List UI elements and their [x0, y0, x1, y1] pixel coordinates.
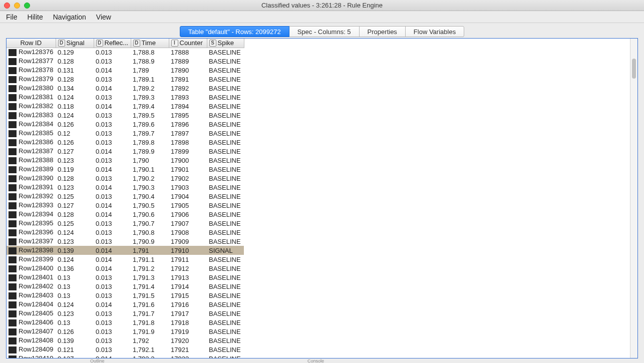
minimize-icon[interactable] — [14, 3, 20, 9]
column-header-time[interactable]: DTime — [131, 39, 169, 48]
cell-time: 1,790.9 — [131, 237, 169, 246]
cell-signal: 0.139 — [56, 336, 94, 345]
cell-reflec: 0.014 — [94, 264, 131, 273]
table-row[interactable]: Row1283960.1240.0131,790.817908BASELINE — [7, 228, 244, 237]
cell-rowid: Row128387 — [7, 147, 56, 156]
table-row[interactable]: Row1283980.1390.0141,79117910SIGNAL — [7, 246, 244, 255]
table-row[interactable]: Row1283920.1250.0131,790.417904BASELINE — [7, 192, 244, 201]
menu-hilite[interactable]: Hilite — [28, 13, 43, 21]
cell-reflec: 0.014 — [94, 183, 131, 192]
column-header-rowid[interactable]: Row ID — [7, 39, 56, 48]
cell-reflec: 0.013 — [94, 336, 131, 345]
table-row[interactable]: Row1283830.1240.0131,789.517895BASELINE — [7, 111, 244, 120]
table-row[interactable]: Row1283940.1280.0141,790.617906BASELINE — [7, 210, 244, 219]
row-color-swatch — [9, 175, 17, 182]
cell-reflec: 0.013 — [94, 291, 131, 300]
table-row[interactable]: Row1283850.120.0131,789.717897BASELINE — [7, 129, 244, 138]
table-row[interactable]: Row1283860.1260.0131,789.817898BASELINE — [7, 138, 244, 147]
column-label: Time — [142, 39, 156, 47]
table-row[interactable]: Row1283790.1280.0131,789.117891BASELINE — [7, 75, 244, 84]
table-row[interactable]: Row1283950.1250.0131,790.717907BASELINE — [7, 219, 244, 228]
table-row[interactable]: Row1284100.1270.0141,792.217922BASELINE — [7, 354, 244, 358]
traffic-lights — [4, 3, 30, 9]
table-row[interactable]: Row1284090.1210.0131,792.117921BASELINE — [7, 345, 244, 354]
table-row[interactable]: Row1283780.1310.0141,78917890BASELINE — [7, 66, 244, 75]
cell-spike: BASELINE — [207, 201, 244, 210]
cell-reflec: 0.014 — [94, 84, 131, 93]
cell-signal: 0.13 — [56, 291, 94, 300]
cell-rowid: Row128408 — [7, 336, 56, 345]
cell-signal: 0.126 — [56, 120, 94, 129]
cell-reflec: 0.014 — [94, 354, 131, 358]
table-row[interactable]: Row1283890.1190.0141,790.117901BASELINE — [7, 165, 244, 174]
column-header-reflec[interactable]: DReflec... — [94, 39, 131, 48]
cell-reflec: 0.013 — [94, 129, 131, 138]
row-color-swatch — [9, 220, 17, 227]
tab-0[interactable]: Table "default" - Rows: 2099272 — [180, 26, 289, 37]
cell-time: 1,791.2 — [131, 264, 169, 273]
table-row[interactable]: Row1283800.1340.0141,789.217892BASELINE — [7, 84, 244, 93]
table-row[interactable]: Row1283990.1240.0141,791.117911BASELINE — [7, 255, 244, 264]
table-row[interactable]: Row1283810.1240.0131,789.317893BASELINE — [7, 93, 244, 102]
cell-rowid: Row128397 — [7, 237, 56, 246]
cell-signal: 0.124 — [56, 300, 94, 309]
cell-time: 1,791 — [131, 246, 169, 255]
menu-view[interactable]: View — [96, 13, 111, 21]
table-row[interactable]: Row1284010.130.0131,791.317913BASELINE — [7, 273, 244, 282]
table-row[interactable]: Row1283820.1180.0141,789.417894BASELINE — [7, 102, 244, 111]
data-table[interactable]: Row IDDSignalDReflec...DTimeICounterSSpi… — [7, 39, 244, 358]
tab-1[interactable]: Spec - Columns: 5 — [289, 26, 360, 37]
cell-rowid: Row128400 — [7, 264, 56, 273]
table-row[interactable]: Row1284040.1240.0141,791.617916BASELINE — [7, 300, 244, 309]
table-row[interactable]: Row1284060.130.0131,791.817918BASELINE — [7, 318, 244, 327]
cell-counter: 17895 — [169, 111, 207, 120]
table-row[interactable]: Row1283840.1260.0131,789.617896BASELINE — [7, 120, 244, 129]
cell-counter: 17905 — [169, 201, 207, 210]
zoom-icon[interactable] — [24, 3, 30, 9]
table-row[interactable]: Row1284020.130.0131,791.417914BASELINE — [7, 282, 244, 291]
cell-signal: 0.124 — [56, 93, 94, 102]
tab-3[interactable]: Flow Variables — [405, 26, 464, 37]
table-row[interactable]: Row1284070.1260.0131,791.917919BASELINE — [7, 327, 244, 336]
column-header-spike[interactable]: SSpike — [207, 39, 244, 48]
close-icon[interactable] — [4, 3, 10, 9]
table-row[interactable]: Row1283770.1280.0131,788.917889BASELINE — [7, 57, 244, 66]
column-header-signal[interactable]: DSignal — [56, 39, 94, 48]
table-row[interactable]: Row1283880.1230.0131,79017900BASELINE — [7, 156, 244, 165]
table-row[interactable]: Row1284030.130.0131,791.517915BASELINE — [7, 291, 244, 300]
cell-spike: BASELINE — [207, 291, 244, 300]
row-color-swatch — [9, 139, 17, 146]
cell-signal: 0.127 — [56, 354, 94, 358]
cell-signal: 0.129 — [56, 48, 94, 57]
cell-time: 1,790.6 — [131, 210, 169, 219]
menu-navigation[interactable]: Navigation — [53, 13, 86, 21]
type-badge-D: D — [58, 40, 65, 47]
table-row[interactable]: Row1284000.1360.0141,791.217912BASELINE — [7, 264, 244, 273]
tab-2[interactable]: Properties — [359, 26, 406, 37]
scrollbar-thumb[interactable] — [632, 59, 636, 79]
cell-time: 1,790.5 — [131, 201, 169, 210]
table-row[interactable]: Row1283930.1270.0141,790.517905BASELINE — [7, 201, 244, 210]
table-row[interactable]: Row1283760.1290.0131,788.817888BASELINE — [7, 48, 244, 57]
table-row[interactable]: Row1283870.1270.0141,789.917899BASELINE — [7, 147, 244, 156]
column-header-counter[interactable]: ICounter — [169, 39, 207, 48]
cell-spike: BASELINE — [207, 300, 244, 309]
table-row[interactable]: Row1283910.1230.0141,790.317903BASELINE — [7, 183, 244, 192]
cell-spike: BASELINE — [207, 336, 244, 345]
row-color-swatch — [9, 355, 17, 358]
table-row[interactable]: Row1284050.1230.0131,791.717917BASELINE — [7, 309, 244, 318]
cell-signal: 0.123 — [56, 183, 94, 192]
cell-signal: 0.119 — [56, 165, 94, 174]
vertical-scrollbar[interactable] — [630, 39, 637, 358]
row-color-swatch — [9, 310, 17, 317]
cell-counter: 17922 — [169, 354, 207, 358]
menu-bar: FileHiliteNavigationView — [0, 11, 644, 23]
menu-file[interactable]: File — [6, 13, 18, 21]
table-row[interactable]: Row1283900.1280.0131,790.217902BASELINE — [7, 174, 244, 183]
cell-time: 1,789.2 — [131, 84, 169, 93]
row-color-swatch — [9, 58, 17, 65]
table-row[interactable]: Row1283970.1230.0131,790.917909BASELINE — [7, 237, 244, 246]
table-row[interactable]: Row1284080.1390.0131,79217920BASELINE — [7, 336, 244, 345]
cell-spike: BASELINE — [207, 183, 244, 192]
cell-reflec: 0.014 — [94, 201, 131, 210]
